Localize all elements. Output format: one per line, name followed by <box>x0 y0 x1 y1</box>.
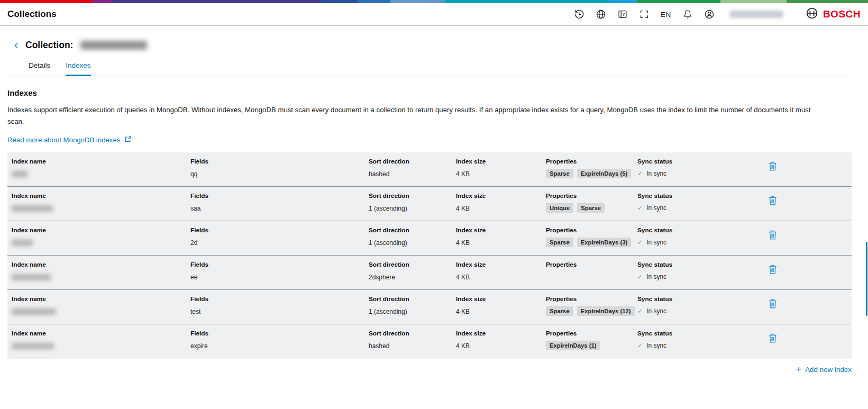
check-icon: ✓ <box>637 170 643 177</box>
sort-direction-value: hashed <box>369 342 456 350</box>
language-selector[interactable]: EN <box>660 11 672 19</box>
add-new-index-button[interactable]: + Add new index <box>796 366 852 374</box>
fields-value: expire <box>190 342 369 350</box>
fields-cell: Fields 2d <box>190 221 369 255</box>
column-label-properties: Properties <box>546 261 637 268</box>
delete-index-button[interactable] <box>767 229 779 243</box>
column-label-properties: Properties <box>546 226 637 234</box>
property-badge: Unique <box>546 203 573 213</box>
properties-cell: Properties SparseExpireInDays (3) <box>546 221 637 255</box>
check-icon: ✓ <box>637 307 643 315</box>
index-row: Index name Fields 2d Sort direction 1 (a… <box>7 221 852 256</box>
column-label-sync-status: Sync status <box>637 295 767 303</box>
sync-status-value: ✓ In sync <box>637 170 767 177</box>
property-badges: SparseExpireInDays (5) <box>546 169 637 178</box>
column-label-properties: Properties <box>546 295 637 303</box>
fullscreen-icon[interactable] <box>638 8 651 21</box>
property-badges: UniqueSparse <box>546 203 637 213</box>
check-icon: ✓ <box>637 204 643 212</box>
notifications-icon[interactable] <box>681 8 694 21</box>
column-label-sync-status: Sync status <box>637 158 767 165</box>
back-button[interactable] <box>12 41 21 50</box>
property-badges: ExpireInDays (1) <box>546 341 637 350</box>
account-icon[interactable] <box>703 8 716 21</box>
delete-index-button[interactable] <box>767 160 779 174</box>
index-name-redacted <box>12 240 33 246</box>
property-badge: Sparse <box>546 169 573 178</box>
delete-cell <box>767 152 852 186</box>
delete-cell <box>767 256 852 289</box>
delete-cell <box>767 187 852 221</box>
sync-status-value: ✓ In sync <box>637 239 767 246</box>
external-link-icon <box>124 135 132 144</box>
collection-title: Collection: <box>25 40 73 51</box>
index-size-value: 4 KB <box>456 342 546 350</box>
scrollbar-thumb[interactable] <box>866 242 867 316</box>
globe-icon[interactable] <box>595 8 607 21</box>
read-more-link[interactable]: Read more about MongoDB indexes <box>7 135 132 144</box>
column-label-sort-direction: Sort direction <box>369 226 456 234</box>
user-name-redacted <box>730 11 783 18</box>
check-icon: ✓ <box>637 342 643 349</box>
help-icon[interactable]: ? <box>616 8 629 21</box>
tab-indexes[interactable]: Indexes <box>66 61 90 76</box>
column-label-index-name: Index name <box>12 226 190 234</box>
column-label-properties: Properties <box>546 330 637 337</box>
index-name-redacted <box>12 308 56 315</box>
fields-cell: Fields ee <box>190 256 369 289</box>
column-label-index-size: Index size <box>456 261 546 268</box>
delete-index-button[interactable] <box>767 263 779 277</box>
collection-header: Collection: <box>7 40 852 51</box>
column-label-index-size: Index size <box>456 295 546 303</box>
table-footer: + Add new index <box>7 366 852 374</box>
read-more-label: Read more about MongoDB indexes <box>7 136 120 144</box>
section-heading: Indexes <box>7 88 852 97</box>
sync-status-cell: Sync status ✓ In sync <box>637 187 767 221</box>
sync-status-text: In sync <box>646 239 666 246</box>
column-label-index-size: Index size <box>456 226 546 234</box>
page-title: Collections <box>7 9 57 20</box>
column-label-fields: Fields <box>190 330 369 337</box>
section-description: Indexes support efficient execution of q… <box>7 104 817 128</box>
sync-status-value: ✓ In sync <box>637 342 767 349</box>
index-size-value: 4 KB <box>456 274 546 281</box>
column-label-sort-direction: Sort direction <box>369 261 456 268</box>
properties-cell: Properties UniqueSparse <box>546 187 637 221</box>
index-row: Index name Fields saa Sort direction 1 (… <box>7 187 852 221</box>
history-icon[interactable] <box>573 8 586 21</box>
column-label-index-name: Index name <box>12 261 190 268</box>
index-size-value: 4 KB <box>456 205 546 212</box>
column-label-properties: Properties <box>546 192 637 199</box>
fields-cell: Fields qq <box>190 152 369 186</box>
property-badge: Sparse <box>546 238 573 247</box>
sync-status-value: ✓ In sync <box>637 307 767 315</box>
column-label-index-size: Index size <box>456 158 546 165</box>
delete-index-button[interactable] <box>767 297 779 312</box>
column-label-sort-direction: Sort direction <box>369 295 456 303</box>
tab-details[interactable]: Details <box>29 61 50 76</box>
column-label-index-name: Index name <box>12 158 190 165</box>
column-label-sync-status: Sync status <box>637 226 767 234</box>
sort-direction-cell: Sort direction hashed <box>369 324 456 359</box>
fields-value: test <box>190 308 369 315</box>
index-size-value: 4 KB <box>456 308 546 315</box>
delete-index-button[interactable] <box>767 332 779 346</box>
property-badges: SparseExpireInDays (12) <box>546 306 637 316</box>
top-bar-actions: ? EN <box>573 6 861 22</box>
property-badges: SparseExpireInDays (3) <box>546 238 637 247</box>
sort-direction-cell: Sort direction 2dsphere <box>369 256 456 289</box>
sync-status-text: In sync <box>646 342 666 349</box>
sync-status-cell: Sync status ✓ In sync <box>637 290 767 324</box>
sync-status-text: In sync <box>646 273 666 280</box>
index-table: Index name Fields qq Sort direction hash… <box>7 152 852 359</box>
fields-value: 2d <box>190 239 369 247</box>
delete-index-button[interactable] <box>767 194 779 208</box>
index-name-cell: Index name <box>12 187 190 221</box>
column-label-sync-status: Sync status <box>637 330 767 337</box>
sort-direction-value: 1 (ascending) <box>369 239 456 247</box>
index-name-cell: Index name <box>12 221 190 255</box>
index-size-value: 4 KB <box>456 239 546 247</box>
property-badge: Sparse <box>546 306 573 316</box>
fields-cell: Fields saa <box>190 187 369 221</box>
index-size-cell: Index size 4 KB <box>456 221 546 255</box>
